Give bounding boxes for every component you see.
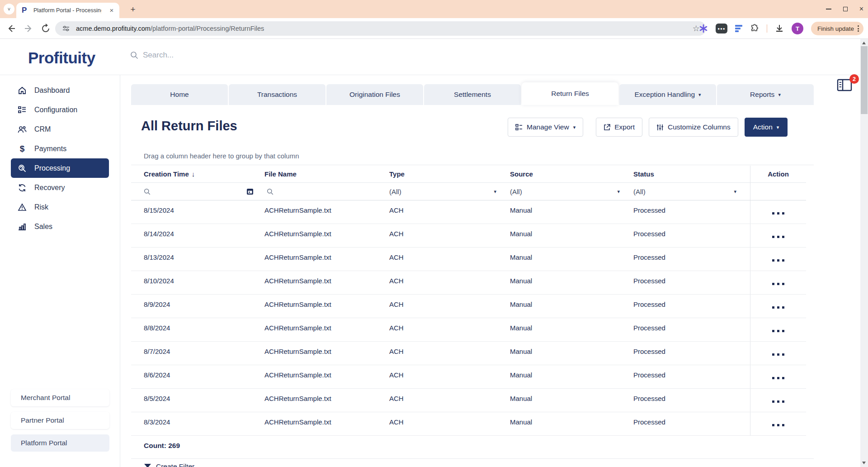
sidebar-item-sales[interactable]: Sales bbox=[0, 217, 120, 236]
row-action-menu[interactable] bbox=[750, 365, 806, 388]
create-filter-button[interactable]: Create Filter bbox=[144, 462, 194, 467]
calendar-icon[interactable] bbox=[246, 188, 254, 195]
cell-type: ACH bbox=[389, 412, 510, 426]
toolbar-right-icons: ●●● T Finish update bbox=[699, 21, 863, 36]
browser-toolbar: acme.demo.profituity.com/platform-portal… bbox=[0, 18, 868, 39]
profituity-logo[interactable]: Profituity bbox=[28, 49, 95, 67]
table-row[interactable]: 8/7/2024 ACHReturnSample.txt ACH Manual … bbox=[131, 342, 806, 365]
sidebar-item-dashboard[interactable]: Dashboard bbox=[0, 81, 120, 100]
column-header-file-name[interactable]: File Name bbox=[264, 170, 389, 178]
global-search[interactable] bbox=[130, 51, 288, 60]
back-icon[interactable] bbox=[6, 24, 16, 33]
table-row[interactable]: 8/3/2024 ACHReturnSample.txt ACH Manual … bbox=[131, 412, 806, 436]
chevron-down-icon: ▾ bbox=[573, 124, 576, 130]
cell-type: ACH bbox=[389, 295, 510, 308]
password-manager-icon[interactable]: ●●● bbox=[716, 24, 727, 33]
sidebar-item-payments[interactable]: $ Payments bbox=[0, 139, 120, 158]
new-tab-button[interactable]: + bbox=[127, 4, 138, 15]
export-button[interactable]: Export bbox=[596, 118, 642, 137]
tab-transactions[interactable]: Transactions bbox=[229, 84, 326, 105]
window-minimize-icon[interactable] bbox=[826, 9, 831, 10]
finish-update-button[interactable]: Finish update bbox=[811, 22, 863, 35]
forward-icon[interactable] bbox=[24, 24, 33, 33]
side-panel-toggle[interactable]: 2 bbox=[836, 78, 856, 99]
browser-tab[interactable]: P Platform Portal - Processing - R × bbox=[16, 3, 119, 18]
sidebar-item-processing[interactable]: Processing bbox=[11, 158, 109, 178]
table-row[interactable]: 8/5/2024 ACHReturnSample.txt ACH Manual … bbox=[131, 389, 806, 412]
scroll-down-icon[interactable] bbox=[862, 462, 866, 464]
sidebar-item-risk[interactable]: Risk bbox=[0, 197, 120, 217]
manage-view-button[interactable]: Manage View▾ bbox=[508, 118, 583, 137]
table-row[interactable]: 8/15/2024 ACHReturnSample.txt ACH Manual… bbox=[131, 200, 806, 224]
extension-bars-icon[interactable] bbox=[735, 25, 742, 32]
row-action-menu[interactable] bbox=[750, 271, 806, 294]
url-text[interactable]: acme.demo.profituity.com/platform-portal… bbox=[76, 25, 264, 32]
table-row[interactable]: 8/14/2024 ACHReturnSample.txt ACH Manual… bbox=[131, 224, 806, 248]
window-close-icon[interactable]: × bbox=[859, 5, 863, 13]
tab-search-chevron-icon[interactable]: ˅ bbox=[4, 4, 14, 14]
column-header-status[interactable]: Status bbox=[633, 170, 750, 178]
downloads-icon[interactable] bbox=[775, 24, 784, 33]
row-action-menu[interactable] bbox=[750, 318, 806, 341]
tab-return-files[interactable]: Return Files bbox=[522, 82, 618, 105]
sidebar-item-recovery[interactable]: Recovery bbox=[0, 178, 120, 197]
tab-settlements[interactable]: Settlements bbox=[424, 84, 521, 105]
filter-status-dropdown[interactable]: (All)▾ bbox=[633, 183, 750, 200]
table-row[interactable]: 8/10/2024 ACHReturnSample.txt ACH Manual… bbox=[131, 271, 806, 295]
tab-close-icon[interactable]: × bbox=[108, 6, 116, 14]
tab-reports[interactable]: Reports▾ bbox=[717, 84, 814, 105]
manage-view-icon bbox=[515, 124, 523, 131]
column-header-source[interactable]: Source bbox=[510, 170, 633, 178]
cell-creation-time: 8/8/2024 bbox=[131, 318, 264, 332]
customize-columns-button[interactable]: Customize Columns bbox=[649, 118, 738, 137]
extension-asterisk-icon[interactable] bbox=[699, 24, 708, 33]
column-header-type[interactable]: Type bbox=[389, 170, 510, 178]
screen: ˅ P Platform Portal - Processing - R × +… bbox=[0, 0, 868, 467]
table-row[interactable]: 8/13/2024 ACHReturnSample.txt ACH Manual… bbox=[131, 248, 806, 271]
chevron-down-icon: ▾ bbox=[777, 124, 779, 130]
ellipsis-icon bbox=[772, 212, 784, 214]
column-header-creation-time[interactable]: Creation Time↓ bbox=[131, 170, 264, 178]
sidebar-item-crm[interactable]: CRM bbox=[0, 119, 120, 139]
table-row[interactable]: 8/8/2024 ACHReturnSample.txt ACH Manual … bbox=[131, 318, 806, 342]
row-action-menu[interactable] bbox=[750, 295, 806, 318]
url-bar[interactable]: acme.demo.profituity.com/platform-portal… bbox=[55, 21, 706, 36]
filter-file-name[interactable] bbox=[264, 183, 389, 200]
tab-home[interactable]: Home bbox=[131, 84, 228, 105]
chevron-down-icon: ▾ bbox=[778, 92, 781, 98]
tab-origination-files[interactable]: Origination Files bbox=[326, 84, 423, 105]
row-action-menu[interactable] bbox=[750, 224, 806, 247]
platform-portal-button[interactable]: Platform Portal bbox=[11, 434, 109, 452]
users-icon bbox=[17, 124, 27, 134]
tab-exception-handling[interactable]: Exception Handling▾ bbox=[619, 84, 716, 105]
row-action-menu[interactable] bbox=[750, 389, 806, 412]
cell-status: Processed bbox=[633, 342, 750, 355]
browser-profile-avatar[interactable]: T bbox=[792, 23, 803, 34]
vertical-scrollbar[interactable] bbox=[860, 39, 868, 467]
table-row[interactable]: 8/6/2024 ACHReturnSample.txt ACH Manual … bbox=[131, 365, 806, 389]
filter-creation-time[interactable] bbox=[131, 183, 264, 200]
row-action-menu[interactable] bbox=[750, 412, 806, 435]
merchant-portal-button[interactable]: Merchant Portal bbox=[11, 389, 109, 406]
window-maximize-icon[interactable] bbox=[843, 7, 848, 11]
table-row[interactable]: 8/9/2024 ACHReturnSample.txt ACH Manual … bbox=[131, 295, 806, 318]
row-action-menu[interactable] bbox=[750, 248, 806, 271]
search-input[interactable] bbox=[143, 51, 288, 60]
filter-source-dropdown[interactable]: (All)▾ bbox=[510, 183, 633, 200]
site-info-icon[interactable] bbox=[62, 25, 70, 32]
sort-desc-icon[interactable]: ↓ bbox=[192, 170, 195, 178]
cell-file-name: ACHReturnSample.txt bbox=[264, 389, 389, 402]
reload-icon[interactable] bbox=[41, 24, 51, 33]
action-button[interactable]: Action▾ bbox=[745, 118, 788, 137]
browser-menu-icon[interactable] bbox=[858, 25, 859, 32]
scrollbar-thumb[interactable] bbox=[861, 46, 868, 114]
cell-type: ACH bbox=[389, 342, 510, 355]
row-action-menu[interactable] bbox=[750, 200, 806, 224]
sidebar-item-configuration[interactable]: Configuration bbox=[0, 100, 120, 119]
row-action-menu[interactable] bbox=[750, 342, 806, 365]
partner-portal-button[interactable]: Partner Portal bbox=[11, 412, 109, 429]
filter-type-dropdown[interactable]: (All)▾ bbox=[389, 183, 510, 200]
extensions-puzzle-icon[interactable] bbox=[750, 24, 759, 33]
scroll-up-icon[interactable] bbox=[862, 42, 866, 44]
sidebar-item-label: Sales bbox=[34, 223, 52, 231]
